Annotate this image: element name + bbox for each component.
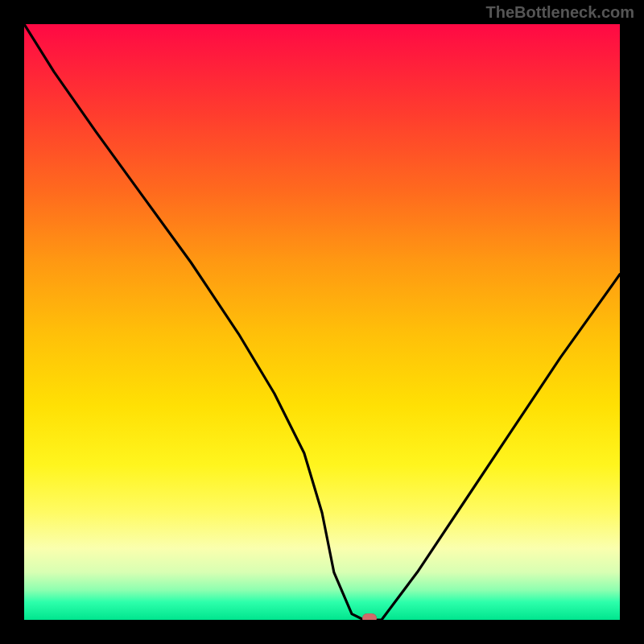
watermark-text: TheBottleneck.com <box>486 3 634 22</box>
bottleneck-curve <box>24 24 620 620</box>
optimal-point-marker <box>362 613 377 620</box>
chart-plot-area <box>24 24 620 620</box>
